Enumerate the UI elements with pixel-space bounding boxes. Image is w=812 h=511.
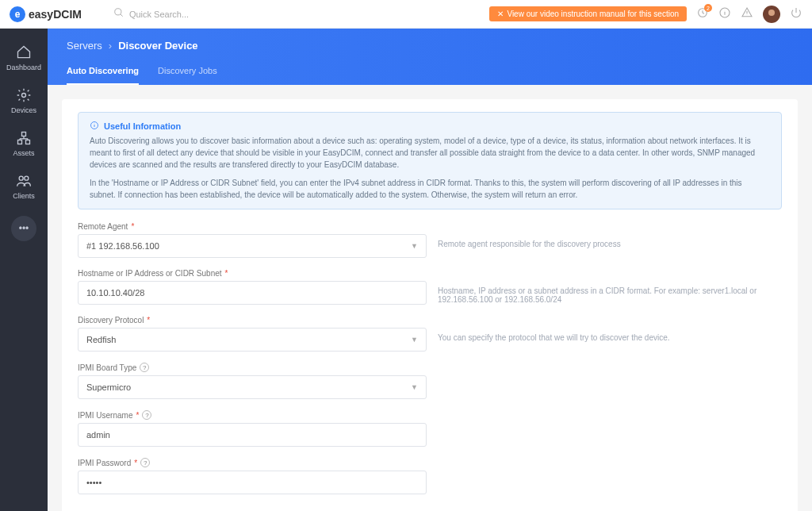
sidebar: Dashboard Devices Assets Clients ••• xyxy=(0,29,48,511)
hostname-label: Hostname or IP Address or CIDR Subnet xyxy=(78,269,222,278)
search-input[interactable] xyxy=(129,10,288,19)
svg-rect-11 xyxy=(26,140,30,144)
alert-icon[interactable] xyxy=(741,6,753,21)
breadcrumb-root[interactable]: Servers xyxy=(67,40,102,52)
breadcrumb: Servers › Discover Device xyxy=(67,40,793,52)
password-label: IPMI Password xyxy=(78,459,131,467)
hostname-hint: Hostname, IP address or a subnet address… xyxy=(427,269,782,304)
page-header: Servers › Discover Device Auto Discoveri… xyxy=(48,29,812,85)
topbar: e easyDCIM ✕ View our video instruction … xyxy=(0,0,812,29)
board-label: IPMI Board Type xyxy=(78,363,136,372)
chevron-down-icon: ▼ xyxy=(411,336,418,344)
tab-discovery-jobs[interactable]: Discovery Jobs xyxy=(158,66,217,85)
chevron-down-icon: ▼ xyxy=(411,383,418,391)
remote-agent-hint: Remote agent responsible for the discove… xyxy=(427,222,782,248)
svg-point-8 xyxy=(22,94,26,98)
bell-icon[interactable]: 2 xyxy=(696,6,709,21)
search-icon xyxy=(113,7,124,21)
tab-auto-discovering[interactable]: Auto Discovering xyxy=(67,66,139,85)
content-card: Useful Information Auto Discovering allo… xyxy=(62,99,798,511)
notif-badge: 2 xyxy=(704,4,712,12)
svg-line-1 xyxy=(121,14,123,17)
svg-point-0 xyxy=(115,9,121,15)
logo[interactable]: e easyDCIM xyxy=(10,6,82,22)
sidebar-item-assets[interactable]: Assets xyxy=(4,124,44,163)
breadcrumb-current: Discover Device xyxy=(118,40,197,52)
svg-rect-9 xyxy=(22,133,26,136)
username-input[interactable] xyxy=(78,423,427,447)
svg-point-16 xyxy=(19,176,23,180)
logo-icon: e xyxy=(10,6,25,22)
logo-text: easyDCIM xyxy=(29,8,82,21)
help-icon[interactable]: ? xyxy=(142,410,151,420)
info-icon xyxy=(90,121,99,132)
tabs: Auto Discovering Discovery Jobs xyxy=(67,66,793,85)
close-icon[interactable]: ✕ xyxy=(497,10,504,18)
board-select[interactable]: Supermicro ▼ xyxy=(78,375,427,399)
svg-point-17 xyxy=(25,176,29,180)
username-label: IPMI Username xyxy=(78,411,132,420)
info-box: Useful Information Auto Discovering allo… xyxy=(78,112,782,209)
chevron-right-icon: › xyxy=(109,40,112,52)
sidebar-item-clients[interactable]: Clients xyxy=(4,167,44,206)
power-icon[interactable] xyxy=(790,6,802,21)
help-icon[interactable]: ? xyxy=(140,363,149,372)
protocol-label: Discovery Protocol xyxy=(78,316,144,325)
video-instruction-banner[interactable]: ✕ View our video instruction manual for … xyxy=(489,6,687,21)
topbar-right: ✕ View our video instruction manual for … xyxy=(489,6,802,23)
avatar[interactable] xyxy=(763,6,780,23)
remote-agent-label: Remote Agent xyxy=(78,222,128,231)
help-icon[interactable]: ? xyxy=(140,458,150,467)
sidebar-item-dashboard[interactable]: Dashboard xyxy=(4,38,44,78)
info-title: Useful Information xyxy=(104,121,181,131)
main: Servers › Discover Device Auto Discoveri… xyxy=(48,29,812,511)
info-text: Auto Discovering allows you to discover … xyxy=(90,135,770,201)
remote-agent-select[interactable]: #1 192.168.56.100 ▼ xyxy=(78,234,427,258)
info-icon[interactable] xyxy=(718,6,731,21)
chevron-down-icon: ▼ xyxy=(411,242,418,250)
svg-rect-10 xyxy=(18,140,22,144)
sidebar-more-button[interactable]: ••• xyxy=(11,216,36,241)
protocol-hint: You can specify the protocol that we wil… xyxy=(427,316,782,342)
password-input[interactable] xyxy=(78,471,427,494)
hostname-input[interactable] xyxy=(78,281,427,305)
protocol-select[interactable]: Redfish ▼ xyxy=(78,328,427,352)
sidebar-item-devices[interactable]: Devices xyxy=(4,81,44,121)
